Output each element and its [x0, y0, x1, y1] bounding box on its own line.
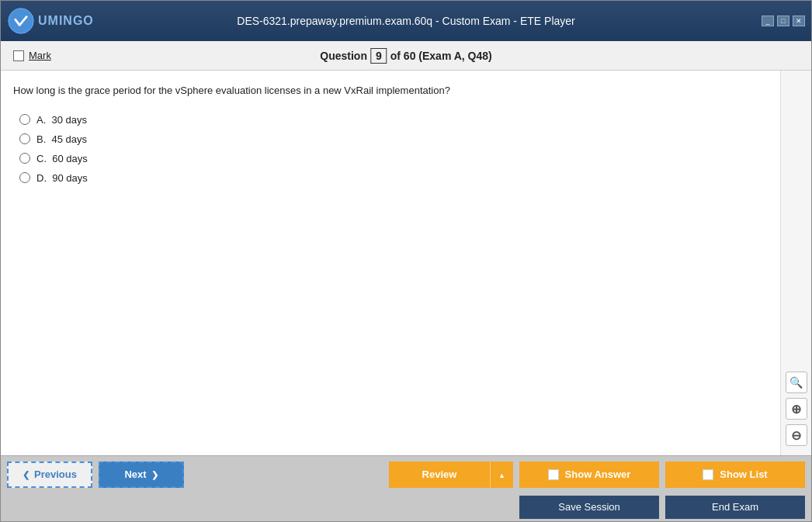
question-text: How long is the grace period for the vSp… — [13, 83, 799, 99]
svg-point-0 — [9, 9, 33, 33]
end-exam-button[interactable]: End Exam — [665, 496, 805, 519]
show-list-button[interactable]: Show List — [665, 462, 805, 488]
answer-option-d[interactable]: D. 90 days — [19, 172, 799, 184]
review-group: Review — [389, 462, 513, 488]
option-label-c: C. 60 days — [36, 153, 88, 164]
next-label: Next — [124, 468, 146, 480]
previous-button[interactable]: Previous — [7, 462, 92, 488]
window-controls: _ □ ✕ — [762, 16, 805, 26]
show-answer-checkbox — [548, 469, 559, 480]
question-suffix: of 60 (Exam A, Q48) — [390, 50, 492, 62]
question-prefix: Question — [320, 50, 367, 62]
option-label-d: D. 90 days — [36, 172, 88, 184]
mark-checkbox[interactable] — [13, 50, 24, 61]
question-number: 9 — [370, 48, 387, 64]
titlebar: UMINGO DES-6321.prepaway.premium.exam.60… — [1, 1, 811, 41]
answer-options: A. 30 days B. 45 days C. 60 days D. 90 d… — [13, 114, 799, 184]
maximize-button[interactable]: □ — [777, 16, 789, 26]
review-button[interactable]: Review — [389, 462, 490, 488]
logo: UMINGO — [7, 7, 94, 35]
zoom-in-icon-btn[interactable]: ⊕ — [786, 398, 807, 420]
search-icon-btn[interactable]: 🔍 — [786, 372, 807, 393]
end-exam-label: End Exam — [712, 501, 758, 513]
show-answer-button[interactable]: Show Answer — [519, 462, 659, 488]
chevron-left-icon — [23, 468, 29, 480]
next-button[interactable]: Next — [99, 462, 184, 488]
review-arrow-button[interactable] — [490, 462, 513, 488]
review-label: Review — [422, 468, 457, 480]
save-session-button[interactable]: Save Session — [519, 496, 659, 519]
window-title: DES-6321.prepaway.premium.exam.60q - Cus… — [237, 15, 574, 27]
radio-c[interactable] — [19, 153, 30, 164]
minimize-button[interactable]: _ — [762, 16, 774, 26]
content-area: How long is the grace period for the vSp… — [1, 71, 811, 455]
question-content: How long is the grace period for the vSp… — [1, 71, 811, 455]
radio-b[interactable] — [19, 133, 30, 144]
zoom-out-icon-btn[interactable]: ⊖ — [786, 424, 807, 446]
bottom-toolbar: Previous Next Review Show Answer — [1, 455, 811, 521]
show-list-label: Show List — [720, 468, 767, 480]
answer-option-c[interactable]: C. 60 days — [19, 153, 799, 164]
question-number-area: Question 9 of 60 (Exam A, Q48) — [320, 48, 491, 64]
option-label-b: B. 45 days — [36, 133, 87, 145]
toolbar-row2: Save Session End Exam — [1, 493, 811, 521]
previous-label: Previous — [34, 468, 77, 480]
answer-option-b[interactable]: B. 45 days — [19, 133, 799, 145]
close-button[interactable]: ✕ — [793, 16, 805, 26]
question-header: Mark Question 9 of 60 (Exam A, Q48) — [1, 41, 811, 71]
chevron-up-icon — [498, 469, 505, 480]
show-answer-label: Show Answer — [565, 468, 631, 480]
sidebar-icons: 🔍 ⊕ ⊖ — [780, 71, 811, 455]
mark-area[interactable]: Mark — [13, 50, 51, 61]
mark-label: Mark — [29, 50, 51, 61]
option-label-a: A. 30 days — [36, 114, 87, 126]
show-list-checkbox — [703, 469, 713, 480]
radio-d[interactable] — [19, 172, 30, 183]
radio-a[interactable] — [19, 114, 30, 125]
chevron-right-icon — [151, 468, 158, 480]
answer-option-a[interactable]: A. 30 days — [19, 114, 799, 126]
toolbar-row1: Previous Next Review Show Answer — [1, 456, 811, 493]
save-session-label: Save Session — [558, 501, 620, 513]
